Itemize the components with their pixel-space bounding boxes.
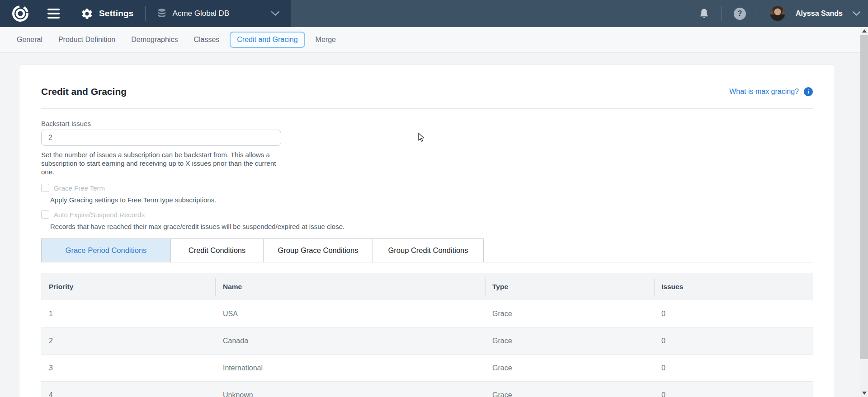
cell-type: Grace	[485, 300, 654, 327]
scrollbar-thumb[interactable]	[860, 35, 868, 359]
column-header-priority: Priority	[41, 273, 215, 300]
cell-name: USA	[215, 300, 485, 327]
backstart-issues-label: Backstart Issues	[41, 120, 813, 127]
auto-expire-checkbox[interactable]	[41, 210, 49, 219]
cell-priority: 1	[41, 300, 215, 327]
condition-tabs: Grace Period Conditions Credit Condition…	[41, 238, 813, 262]
column-header-name: Name	[215, 273, 485, 300]
cell-type: Grace	[485, 355, 654, 381]
grace-free-term-label: Grace Free Term	[54, 184, 105, 192]
subtab-group-credit-conditions[interactable]: Group Credit Conditions	[373, 238, 484, 262]
top-bar: Settings Acme Global DB ?	[0, 0, 868, 27]
menu-icon[interactable]	[47, 9, 60, 19]
table-row[interactable]: 3 International Grace 0	[41, 355, 813, 382]
user-menu-chevron-down-icon[interactable]	[853, 11, 860, 16]
cell-issues: 0	[654, 355, 813, 381]
database-selector[interactable]: Acme Global DB	[157, 8, 280, 19]
tab-demographics[interactable]: Demographics	[128, 36, 180, 44]
cell-name: Canada	[215, 327, 485, 354]
cell-priority: 4	[41, 382, 215, 397]
database-icon	[157, 8, 167, 19]
app-logo-icon[interactable]	[11, 5, 29, 23]
user-name[interactable]: Alyssa Sands	[796, 9, 843, 18]
max-gracing-help-link[interactable]: What is max gracing?	[729, 88, 799, 96]
subtab-group-grace-conditions[interactable]: Group Grace Conditions	[263, 238, 373, 262]
table-header-row: Priority Name Type Issues	[41, 273, 813, 300]
tab-general[interactable]: General	[14, 36, 45, 44]
tab-product-definition[interactable]: Product Definition	[56, 36, 118, 44]
grace-free-term-option: Grace Free Term	[41, 184, 813, 192]
settings-title: Settings	[99, 9, 134, 19]
auto-expire-label: Auto Expire/Suspend Records	[54, 211, 145, 219]
top-bar-left: Settings Acme Global DB	[0, 0, 291, 27]
cell-issues: 0	[654, 327, 813, 354]
cell-name: International	[215, 355, 485, 381]
scrollbar-down-arrow[interactable]	[860, 389, 868, 397]
topbar-divider	[722, 6, 722, 21]
cell-type: Grace	[485, 327, 654, 354]
backstart-issues-input[interactable]	[41, 130, 281, 146]
info-icon[interactable]: i	[804, 87, 813, 96]
tab-merge[interactable]: Merge	[313, 36, 339, 44]
page-title: Credit and Gracing	[41, 86, 127, 97]
gear-icon	[81, 8, 93, 20]
settings-tab-bar: General Product Definition Demographics …	[0, 27, 860, 53]
subtab-credit-conditions[interactable]: Credit Conditions	[170, 238, 264, 262]
topbar-divider	[758, 6, 758, 21]
cell-priority: 2	[41, 327, 215, 354]
top-bar-right: ? Alyssa Sands	[698, 0, 860, 27]
cell-type: Grace	[485, 382, 654, 397]
cell-priority: 3	[41, 355, 215, 381]
auto-expire-description: Records that have reached their max grac…	[50, 223, 813, 230]
topbar-divider	[145, 6, 146, 21]
settings-nav: Settings	[81, 8, 134, 20]
scrollbar-up-arrow[interactable]	[860, 27, 868, 35]
table-row[interactable]: 4 Unknown Grace 0	[41, 382, 813, 397]
credit-and-gracing-panel: Credit and Gracing What is max gracing? …	[19, 64, 835, 397]
conditions-table: Priority Name Type Issues 1 USA Grace 0 …	[41, 273, 813, 397]
vertical-scrollbar[interactable]	[860, 27, 868, 397]
column-header-issues: Issues	[654, 273, 813, 300]
cell-issues: 0	[654, 382, 813, 397]
heading-divider	[41, 108, 813, 109]
avatar[interactable]	[770, 6, 785, 21]
help-icon[interactable]: ?	[734, 8, 746, 20]
subtab-grace-period-conditions[interactable]: Grace Period Conditions	[41, 238, 171, 262]
notifications-bell-icon[interactable]	[698, 8, 710, 20]
column-header-type: Type	[485, 273, 654, 300]
tab-classes[interactable]: Classes	[191, 36, 222, 44]
database-chevron-down-icon[interactable]	[271, 11, 279, 16]
grace-free-term-description: Apply Gracing settings to Free Term type…	[50, 196, 813, 204]
table-row[interactable]: 2 Canada Grace 0	[41, 327, 813, 355]
cell-issues: 0	[654, 300, 813, 327]
grace-free-term-checkbox[interactable]	[41, 184, 49, 192]
cell-name: Unknown	[215, 382, 485, 397]
database-name: Acme Global DB	[173, 9, 230, 18]
backstart-issues-help-text: Set the number of issues a subscription …	[41, 150, 288, 176]
table-row[interactable]: 1 USA Grace 0	[41, 300, 813, 327]
tab-credit-and-gracing[interactable]: Credit and Gracing	[230, 32, 305, 48]
auto-expire-option: Auto Expire/Suspend Records	[41, 210, 813, 219]
